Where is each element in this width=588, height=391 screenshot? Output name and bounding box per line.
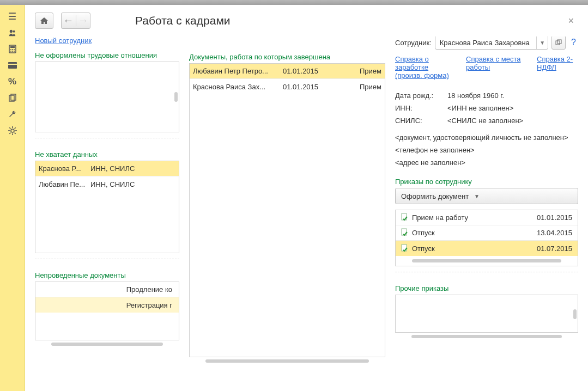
panel-orders[interactable]: Прием на работу 01.01.2015 Отпуск 13.04.… [395, 210, 578, 266]
link-salary-cert[interactable]: Справка о заработке (произв. форма) [395, 55, 455, 80]
kv-key: ИНН: [395, 104, 443, 112]
svg-rect-11 [8, 64, 17, 65]
key-value-row: СНИЛС:<СНИЛС не заполнен> [395, 117, 578, 125]
panel-completed[interactable]: Любавин Петр Петро... 01.01.2015 ПриемКр… [189, 63, 385, 357]
help-icon[interactable]: ? [569, 38, 578, 47]
table-row[interactable]: Краснова Р... ИНН, СНИЛС [35, 161, 179, 176]
cell-type: Прием [343, 83, 381, 91]
scrollbar-thumb[interactable] [174, 92, 178, 102]
svg-line-19 [9, 127, 10, 129]
section-other-orders: Прочие приказы [395, 284, 578, 292]
open-external-button[interactable] [551, 36, 566, 50]
cell-type: Прием [343, 67, 381, 75]
cell-name: Краснова Раиса Зах... [193, 83, 283, 91]
table-row[interactable]: Продление ко [35, 282, 179, 297]
hscrollbar[interactable] [412, 259, 561, 262]
nav-back-forward[interactable]: 🡐 🡒 [61, 13, 90, 29]
svg-point-0 [9, 30, 12, 33]
note-line: <адрес не заполнен> [395, 158, 578, 167]
documents-icon[interactable] [2, 90, 23, 106]
table-row[interactable]: Регистрация г [35, 297, 179, 313]
table-row[interactable]: Отпуск 13.04.2015 [396, 225, 578, 241]
svg-point-14 [11, 129, 14, 132]
link-work-cert[interactable]: Справка с места работы [466, 55, 526, 80]
create-document-label: Оформить документ [401, 192, 469, 200]
gear-icon[interactable] [2, 123, 23, 139]
cell-name: Краснова Р... [39, 164, 90, 173]
cell-text: Регистрация г [120, 301, 175, 309]
svg-point-4 [10, 49, 11, 50]
wrench-icon[interactable] [2, 106, 23, 123]
svg-line-20 [14, 133, 15, 134]
cell-name: Отпуск [412, 245, 529, 253]
missing-rows: Краснова Р... ИНН, СНИЛСЛюбавин Пе... ИН… [35, 161, 179, 192]
back-arrow-icon[interactable]: 🡐 [62, 17, 76, 25]
cell-fields: ИНН, СНИЛС [90, 180, 175, 188]
panel-other-orders [395, 295, 578, 333]
cell-date: 01.01.2015 [529, 213, 572, 222]
left-icon-bar: ☰ % [0, 5, 25, 391]
home-button[interactable] [35, 13, 53, 29]
hscrollbar[interactable] [205, 359, 369, 363]
employee-label: Сотрудник: [395, 39, 432, 47]
users-icon[interactable] [2, 25, 23, 41]
cell-name: Любавин Петр Петро... [193, 67, 283, 75]
panel-no-relations [35, 62, 179, 132]
cell-date: 13.04.2015 [529, 229, 572, 237]
table-row[interactable]: Краснова Раиса Зах... 01.01.2015 Прием [190, 79, 385, 94]
employee-combo[interactable]: Краснова Раиса Захаровна ▼ [435, 36, 548, 50]
hscrollbar[interactable] [411, 335, 562, 338]
cell-fields: ИНН, СНИЛС [90, 164, 175, 173]
card-icon[interactable] [2, 57, 23, 74]
chevron-down-icon[interactable]: ▼ [537, 40, 548, 46]
document-ok-icon [401, 228, 412, 237]
menu-icon[interactable]: ☰ [2, 8, 23, 25]
link-ndfl[interactable]: Справка 2-НДФЛ [537, 55, 578, 80]
section-unposted: Непроведенные документы [35, 271, 179, 279]
panel-unposted[interactable]: Продление ко Регистрация г [35, 282, 179, 340]
svg-point-8 [12, 51, 13, 52]
toolbar: 🡐 🡒 Работа с кадрами × [35, 5, 578, 36]
kv-key: СНИЛС: [395, 117, 443, 125]
svg-point-5 [12, 49, 13, 50]
kv-key: Дата рожд.: [395, 91, 443, 100]
cell-date: 01.07.2015 [529, 245, 572, 253]
section-missing-data: Не хватает данных [35, 150, 179, 158]
svg-point-7 [10, 51, 11, 52]
forward-arrow-icon[interactable]: 🡒 [76, 17, 90, 25]
table-row[interactable]: Любавин Петр Петро... 01.01.2015 Прием [190, 64, 385, 79]
cell-name: Прием на работу [412, 213, 529, 222]
svg-line-21 [14, 127, 15, 129]
close-button[interactable]: × [563, 13, 578, 29]
svg-rect-3 [10, 46, 15, 48]
window-titlebar [0, 0, 588, 5]
kv-value: 18 ноября 1960 г. [447, 91, 504, 100]
table-row[interactable]: Прием на работу 01.01.2015 [396, 210, 578, 225]
key-value-row: Дата рожд.:18 ноября 1960 г. [395, 91, 578, 100]
scrollbar-thumb[interactable] [573, 309, 577, 319]
kv-value: <СНИЛС не заполнен> [447, 117, 523, 125]
table-row[interactable]: Любавин Пе... ИНН, СНИЛС [35, 176, 179, 192]
panel-missing-data[interactable]: Краснова Р... ИНН, СНИЛСЛюбавин Пе... ИН… [35, 161, 179, 253]
svg-rect-10 [8, 62, 17, 69]
create-document-button[interactable]: Оформить документ ▼ [395, 188, 578, 204]
chevron-down-icon[interactable]: ▼ [474, 193, 480, 199]
svg-line-22 [9, 133, 10, 134]
section-no-relations: Не оформлены трудовые отношения [35, 51, 179, 59]
cell-date: 01.01.2015 [283, 67, 343, 75]
cell-text: Продление ко [120, 285, 175, 294]
page-title: Работа с кадрами [135, 14, 231, 27]
svg-point-9 [14, 51, 15, 52]
table-row[interactable]: Отпуск 01.07.2015 [396, 241, 578, 256]
percent-icon[interactable]: % [2, 74, 23, 90]
employee-value: Краснова Раиса Захаровна [440, 39, 536, 47]
note-line: <телефон не заполнен> [395, 146, 578, 154]
key-value-row: ИНН:<ИНН не заполнен> [395, 104, 578, 112]
kv-value: <ИНН не заполнен> [447, 104, 513, 112]
calculator-icon[interactable] [2, 41, 23, 57]
svg-point-1 [13, 30, 15, 33]
section-completed: Документы, работа по которым завершена [189, 53, 385, 61]
new-employee-link[interactable]: Новый сотрудник [35, 36, 179, 45]
cell-date: 01.01.2015 [283, 83, 343, 91]
hscrollbar[interactable] [51, 343, 163, 346]
